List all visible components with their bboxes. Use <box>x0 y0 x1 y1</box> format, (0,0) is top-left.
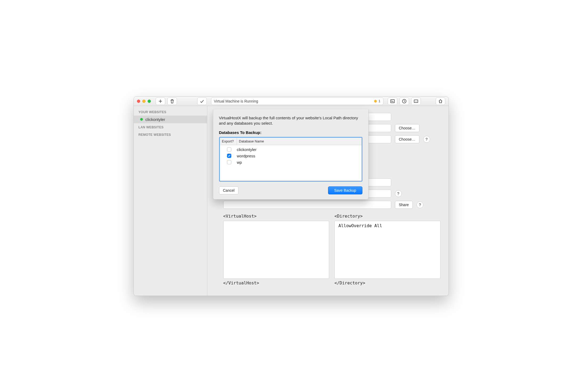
plus-icon <box>158 99 163 104</box>
delete-button[interactable] <box>167 97 177 105</box>
help-secondary-button[interactable]: ? <box>423 136 430 143</box>
check-icon <box>228 154 231 157</box>
error-page-button[interactable] <box>411 97 421 105</box>
window-controls <box>137 100 151 103</box>
help-alias-button[interactable]: ? <box>395 190 402 197</box>
clock-icon <box>402 99 407 104</box>
database-name: wp <box>237 160 360 165</box>
terminal-button[interactable] <box>388 97 397 105</box>
col-export[interactable]: Export? <box>220 138 237 145</box>
toolbar: Virtual Machine is Running 1 <box>134 97 448 106</box>
database-name: wordpress <box>237 154 360 158</box>
sidebar-header-your: YOUR WEBSITES <box>134 108 207 116</box>
sidebar-header-remote: REMOTE WEBSITES <box>134 131 207 138</box>
col-name[interactable]: Database Name <box>237 138 362 145</box>
directory-open-label: <Directory> <box>334 214 440 219</box>
database-table: Export? Database Name clickontylerwordpr… <box>219 137 362 182</box>
database-table-header: Export? Database Name <box>220 138 362 145</box>
export-checkbox[interactable] <box>227 154 231 158</box>
svg-rect-2 <box>414 100 418 103</box>
export-checkbox[interactable] <box>227 160 231 164</box>
minimize-window-button[interactable] <box>142 100 146 103</box>
status-field: Virtual Machine is Running 1 <box>211 97 383 105</box>
database-row[interactable]: clickontyler <box>221 146 360 153</box>
save-backup-button[interactable]: Save Backup <box>328 186 362 194</box>
sidebar-item-label: clickontyler <box>146 117 165 122</box>
directory-close-label: </Directory> <box>334 280 440 285</box>
backup-sheet: VirtualHostX will backup the full conten… <box>213 109 369 200</box>
database-name: clickontyler <box>237 147 360 152</box>
help-share-button[interactable]: ? <box>417 201 423 208</box>
sidebar-item-site[interactable]: clickontyler <box>134 116 207 123</box>
directory-textarea[interactable]: AllowOverride All <box>334 221 440 279</box>
sheet-subtitle: Databases To Backup: <box>219 130 362 135</box>
vm-count: 1 <box>378 99 380 103</box>
sheet-description: VirtualHostX will backup the full conten… <box>219 115 362 126</box>
database-row[interactable]: wordpress <box>221 153 360 159</box>
home-button[interactable] <box>436 97 445 105</box>
zoom-window-button[interactable] <box>148 100 151 103</box>
database-row[interactable]: wp <box>221 159 360 165</box>
apply-button[interactable] <box>197 97 207 105</box>
vhost-close-label: </VirtualHost> <box>223 280 329 285</box>
vhost-open-label: <VirtualHost> <box>223 214 329 219</box>
scheduler-button[interactable] <box>399 97 409 105</box>
share-button[interactable]: Share <box>395 201 413 209</box>
choose-secondary-button[interactable]: Choose… <box>395 135 419 143</box>
check-icon <box>200 99 204 104</box>
status-text: Virtual Machine is Running <box>214 99 258 103</box>
terminal-icon <box>390 99 395 104</box>
close-window-button[interactable] <box>137 100 140 103</box>
cancel-button[interactable]: Cancel <box>219 186 239 194</box>
status-dot-icon <box>374 100 377 103</box>
site-status-dot-icon <box>140 118 143 121</box>
vhost-textarea[interactable] <box>223 221 329 279</box>
add-button[interactable] <box>156 97 165 105</box>
share-field[interactable] <box>223 201 391 209</box>
sidebar-header-lan: LAN WEBSITES <box>134 123 207 131</box>
404-icon <box>414 99 418 104</box>
app-window: Virtual Machine is Running 1 YOUR WEB <box>134 96 449 296</box>
export-checkbox[interactable] <box>227 147 231 152</box>
sidebar: YOUR WEBSITES clickontyler LAN WEBSITES … <box>134 106 207 296</box>
home-icon <box>438 99 443 104</box>
choose-local-path-button[interactable]: Choose… <box>395 124 419 132</box>
trash-icon <box>170 99 175 104</box>
